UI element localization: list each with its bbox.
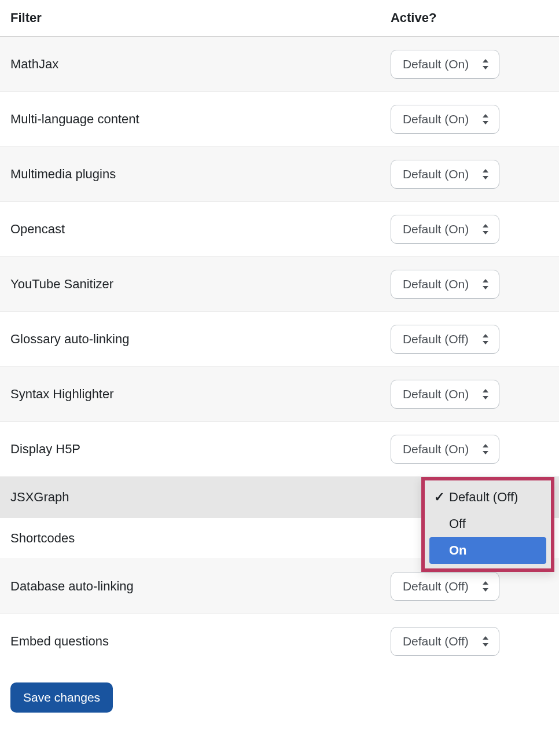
filter-name: Embed questions [0, 614, 380, 669]
filter-active-cell: Default (On) [380, 422, 559, 477]
active-select[interactable]: Default (On) [391, 270, 499, 299]
active-select-value: Default (On) [403, 222, 469, 236]
active-select-value: Default (On) [403, 387, 469, 401]
active-select-value: Default (On) [403, 442, 469, 456]
filter-name: Multi-language content [0, 92, 380, 147]
table-row: Display H5PDefault (On) [0, 422, 559, 477]
chevron-updown-icon [481, 224, 490, 234]
filter-active-cell: Default (On) [380, 147, 559, 202]
filter-name: Database auto-linking [0, 559, 380, 614]
chevron-updown-icon [481, 444, 490, 454]
table-row: OpencastDefault (On) [0, 202, 559, 257]
active-select[interactable]: Default (Off) [391, 572, 499, 601]
active-select-value: Default (On) [403, 57, 469, 71]
check-icon: ✓ [434, 490, 444, 505]
active-select[interactable]: Default (On) [391, 435, 499, 464]
filter-active-cell: Default (On) [380, 92, 559, 147]
filter-name: Syntax Highlighter [0, 367, 380, 422]
table-row: Embed questionsDefault (Off) [0, 614, 559, 669]
active-select[interactable]: Default (On) [391, 380, 499, 409]
chevron-updown-icon [481, 389, 490, 399]
active-select[interactable]: Default (On) [391, 50, 499, 79]
chevron-updown-icon [481, 636, 490, 647]
table-row: Glossary auto-linkingDefault (Off) [0, 312, 559, 367]
filter-name: Display H5P [0, 422, 380, 477]
filter-name: JSXGraph [0, 477, 380, 518]
filter-name: YouTube Sanitizer [0, 257, 380, 312]
filter-name: Shortcodes [0, 518, 380, 559]
dropdown-option-label: Default (Off) [449, 490, 518, 505]
chevron-updown-icon [481, 279, 490, 289]
filter-active-cell: Default (On) [380, 257, 559, 312]
filters-table: Filter Active? MathJaxDefault (On)Multi-… [0, 0, 559, 669]
filter-active-cell: Default (Off) [380, 312, 559, 367]
active-select[interactable]: Default (Off) [391, 325, 499, 354]
table-row: YouTube SanitizerDefault (On) [0, 257, 559, 312]
active-select[interactable]: Default (On) [391, 160, 499, 189]
active-select-value: Default (Off) [403, 332, 469, 346]
chevron-updown-icon [481, 334, 490, 344]
dropdown-option-label: Off [449, 516, 466, 531]
column-header-active: Active? [380, 0, 559, 36]
active-select[interactable]: Default (Off) [391, 627, 499, 656]
active-select[interactable]: Default (On) [391, 105, 499, 134]
dropdown-option[interactable]: On [429, 537, 546, 564]
chevron-updown-icon [481, 59, 490, 69]
filter-name: MathJax [0, 36, 380, 92]
chevron-updown-icon [481, 169, 490, 179]
filter-active-cell: ✓Default (Off)OffOn [380, 477, 559, 518]
table-row: JSXGraph✓Default (Off)OffOn [0, 477, 559, 518]
table-row: MathJaxDefault (On) [0, 36, 559, 92]
active-select-value: Default (Off) [403, 634, 469, 648]
active-select-value: Default (On) [403, 112, 469, 126]
dropdown-option[interactable]: ✓Default (Off) [429, 484, 546, 511]
active-select-value: Default (On) [403, 277, 469, 291]
filter-name: Opencast [0, 202, 380, 257]
filter-active-cell: Default (Off) [380, 614, 559, 669]
filter-name: Glossary auto-linking [0, 312, 380, 367]
dropdown-option-label: On [449, 543, 467, 558]
filter-active-cell: Default (On) [380, 36, 559, 92]
active-select-value: Default (On) [403, 167, 469, 181]
save-changes-button[interactable]: Save changes [10, 682, 113, 713]
active-select-value: Default (Off) [403, 579, 469, 593]
active-select[interactable]: Default (On) [391, 215, 499, 244]
filter-active-cell: Default (On) [380, 367, 559, 422]
table-row: Multi-language contentDefault (On) [0, 92, 559, 147]
table-row: Syntax HighlighterDefault (On) [0, 367, 559, 422]
chevron-updown-icon [481, 581, 490, 592]
dropdown-option[interactable]: Off [429, 511, 546, 537]
column-header-filter: Filter [0, 0, 380, 36]
active-dropdown-open[interactable]: ✓Default (Off)OffOn [421, 477, 554, 572]
chevron-updown-icon [481, 114, 490, 124]
filter-name: Multimedia plugins [0, 147, 380, 202]
table-row: Multimedia pluginsDefault (On) [0, 147, 559, 202]
filter-active-cell: Default (On) [380, 202, 559, 257]
